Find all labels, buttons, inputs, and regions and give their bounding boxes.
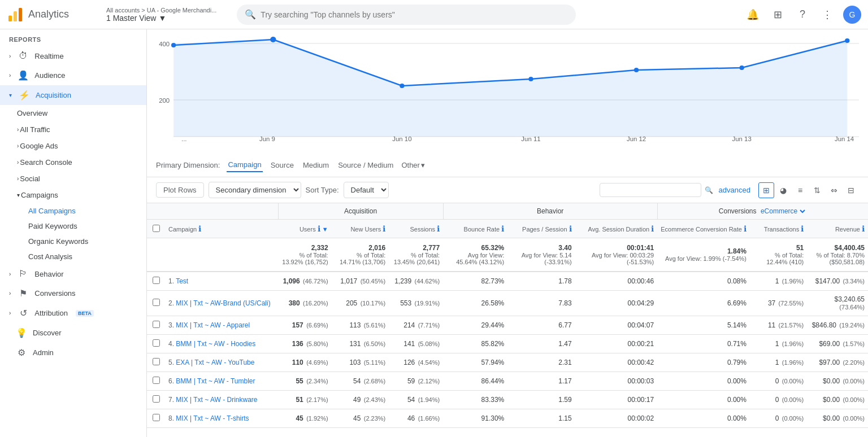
header-icons: 🔔 ⊞ ? ⋮ G — [744, 6, 861, 24]
help-icon[interactable]: ? — [793, 6, 811, 24]
row-checkbox[interactable] — [147, 335, 165, 353]
svg-point-13 — [740, 65, 744, 70]
col-sessions[interactable]: Sessions ℹ — [389, 220, 443, 238]
col-revenue[interactable]: Revenue ℹ — [807, 220, 868, 238]
conversions-type-select[interactable]: eCommerce — [758, 207, 807, 216]
dim-tab-other[interactable]: Other ▾ — [401, 161, 425, 169]
row-pages-session: 7.83 — [507, 291, 575, 316]
more-options-icon[interactable]: ⋮ — [818, 6, 836, 24]
row-checkbox[interactable] — [147, 409, 165, 428]
view-pivot-icon[interactable]: ⇅ — [809, 182, 825, 198]
col-users[interactable]: Users ℹ ▼ — [278, 220, 332, 238]
svg-text:Jun 14: Jun 14 — [835, 136, 854, 142]
sidebar-item-overview[interactable]: Overview — [0, 105, 146, 121]
campaign-link[interactable]: MIX | Txt ~ AW-Brand (US/Cali) — [176, 299, 270, 307]
svg-point-9 — [270, 37, 276, 42]
main-content: 400 200 — [147, 29, 868, 437]
row-transactions: 1 (1.96%) — [750, 335, 807, 353]
row-transactions: 0 (0.00%) — [750, 372, 807, 391]
dim-tab-source[interactable]: Source — [270, 159, 295, 172]
row-checkbox[interactable] — [147, 372, 165, 391]
dim-tab-campaign[interactable]: Campaign — [227, 158, 262, 172]
campaign-link[interactable]: Test — [176, 277, 188, 285]
select-all-checkbox[interactable] — [147, 220, 165, 238]
col-new-users[interactable]: New Users ℹ — [332, 220, 389, 238]
row-users: 55 (2.34%) — [278, 372, 332, 391]
row-sessions: 1,239 (44.62%) — [389, 272, 443, 291]
view-pie-icon[interactable]: ◕ — [775, 182, 791, 198]
advanced-link[interactable]: advanced — [719, 186, 750, 194]
row-checkbox[interactable] — [147, 391, 165, 409]
row-avg-duration: 00:00:42 — [575, 353, 658, 372]
row-checkbox[interactable] — [147, 316, 165, 335]
sort-type-select[interactable]: Default — [344, 182, 389, 198]
view-compact-icon[interactable]: ⇔ — [826, 182, 842, 198]
sidebar-item-audience[interactable]: › 👤 Audience — [0, 65, 146, 85]
sidebar-item-all-campaigns[interactable]: All Campaigns — [0, 203, 146, 218]
table-row: 7. MIX | Txt ~ AW - Drinkware 51 (2.17%)… — [147, 391, 868, 409]
sidebar-item-admin[interactable]: ⚙ Admin — [0, 343, 146, 362]
sidebar-item-conversions[interactable]: › ⚑ Conversions — [0, 283, 146, 303]
campaign-link[interactable]: BMM | Txt ~ AW - Hoodies — [176, 340, 255, 348]
col-avg-session-duration[interactable]: Avg. Session Duration ℹ — [575, 220, 658, 238]
campaign-link[interactable]: MIX | Txt ~ AW - Apparel — [176, 321, 250, 329]
sidebar-item-organic-keywords[interactable]: Organic Keywords — [0, 234, 146, 249]
sidebar-item-behavior[interactable]: › 🏳 Behavior — [0, 264, 146, 283]
totals-ecommerce-rate: 1.84% Avg for View: 1.99% (-7.54%) — [657, 238, 750, 272]
apps-icon[interactable]: ⊞ — [769, 6, 787, 24]
table-row: 4. BMM | Txt ~ AW - Hoodies 136 (5.80%) … — [147, 335, 868, 353]
global-search[interactable]: 🔍 — [237, 5, 576, 25]
row-checkbox[interactable] — [147, 272, 165, 291]
row-pages-session: 1.15 — [507, 409, 575, 428]
svg-text:Jun 12: Jun 12 — [627, 136, 646, 142]
row-new-users: 131 (6.50%) — [332, 335, 389, 353]
dim-tab-medium[interactable]: Medium — [302, 159, 330, 172]
row-checkbox[interactable] — [147, 291, 165, 316]
view-bar-icon[interactable]: ≡ — [792, 182, 808, 198]
plot-rows-button[interactable]: Plot Rows — [156, 182, 204, 198]
campaign-link[interactable]: MIX | Txt ~ AW - Drinkware — [176, 396, 257, 404]
row-avg-duration: 00:00:46 — [575, 272, 658, 291]
campaign-link[interactable]: BMM | Txt ~ AW - Tumbler — [176, 377, 255, 385]
dim-tab-source-medium[interactable]: Source / Medium — [337, 159, 394, 172]
chevron-icon: › — [9, 53, 11, 59]
sidebar-item-google-ads[interactable]: › Google Ads — [0, 138, 146, 154]
col-bounce-rate[interactable]: Bounce Rate ℹ — [443, 220, 507, 238]
chevron-icon: ▾ — [9, 92, 12, 98]
sidebar-item-realtime[interactable]: › ⏱ Realtime — [0, 46, 146, 65]
sidebar-item-paid-keywords[interactable]: Paid Keywords — [0, 218, 146, 234]
totals-bounce-rate: 65.32% Avg for View: 45.64% (43.12%) — [443, 238, 507, 272]
conversions-group-header: Conversions eCommerce — [657, 203, 868, 220]
search-input[interactable] — [261, 10, 568, 19]
sidebar-item-all-traffic[interactable]: › All Traffic — [0, 121, 146, 138]
row-avg-duration: 00:04:07 — [575, 316, 658, 335]
row-users: 1,096 (46.72%) — [278, 272, 332, 291]
account-view-selector[interactable]: 1 Master View ▼ — [106, 14, 216, 23]
col-pages-session[interactable]: Pages / Session ℹ — [507, 220, 575, 238]
sidebar-item-acquisition[interactable]: ▾ ⚡ Acquisition — [0, 85, 146, 105]
view-table-icon[interactable]: ⊞ — [758, 182, 774, 198]
campaign-link[interactable]: MIX | Txt ~ AW - T-shirts — [176, 414, 249, 422]
sidebar-item-campaigns[interactable]: ▾ Campaigns — [0, 187, 146, 203]
view-custom-icon[interactable]: ⊟ — [843, 182, 859, 198]
chart-container: 400 200 — [156, 29, 859, 142]
col-ecommerce-rate[interactable]: Ecommerce Conversion Rate ℹ — [657, 220, 750, 238]
svg-point-8 — [171, 43, 176, 47]
notification-icon[interactable]: 🔔 — [744, 6, 762, 24]
campaign-link[interactable]: EXA | Txt ~ AW - YouTube — [176, 359, 254, 366]
sidebar-item-cost-analysis[interactable]: Cost Analysis — [0, 249, 146, 264]
user-avatar[interactable]: G — [843, 6, 861, 24]
sidebar-item-discover[interactable]: 💡 Discover — [0, 323, 146, 343]
svg-text:200: 200 — [159, 97, 170, 104]
table-search-icon[interactable]: 🔍 — [705, 186, 713, 194]
secondary-dimension-select[interactable]: Secondary dimension — [209, 182, 301, 198]
col-transactions[interactable]: Transactions ℹ — [750, 220, 807, 238]
row-campaign: 5. EXA | Txt ~ AW - YouTube — [165, 353, 278, 372]
table-search-input[interactable] — [600, 183, 701, 197]
col-campaign[interactable]: Campaign ℹ — [165, 220, 278, 238]
sidebar-item-attribution[interactable]: › ↺ Attribution BETA — [0, 303, 146, 323]
sidebar-item-social[interactable]: › Social — [0, 171, 146, 187]
sidebar-item-search-console[interactable]: › Search Console — [0, 154, 146, 171]
row-checkbox[interactable] — [147, 353, 165, 372]
search-icon: 🔍 — [245, 9, 256, 20]
